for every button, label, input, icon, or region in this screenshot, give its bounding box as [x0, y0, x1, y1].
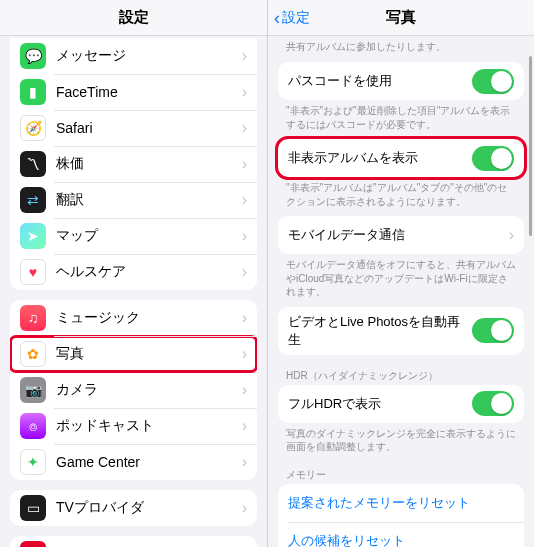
passcode-footer: "非表示"および"最近削除した項目"アルバムを表示するにはパスコードが必要です。 — [286, 104, 516, 131]
chevron-right-icon: › — [242, 309, 247, 327]
settings-group-1: 💬 メッセージ › ▮ FaceTime › 🧭 Safari › 〽︎ 株価 … — [10, 38, 257, 290]
chevron-right-icon: › — [242, 47, 247, 65]
row-label: メッセージ — [56, 47, 242, 65]
row-stocks[interactable]: 〽︎ 株価 › — [10, 146, 257, 182]
settings-header: 設定 — [0, 0, 267, 36]
row-health[interactable]: ♥ ヘルスケア › — [10, 254, 257, 290]
row-label: ポッドキャスト — [56, 417, 242, 435]
row-gamecenter[interactable]: ✦ Game Center › — [10, 444, 257, 480]
row-label: 人の候補をリセット — [288, 532, 514, 548]
music-icon: ♫ — [20, 305, 46, 331]
hdr-footer: 写真のダイナミックレンジを完全に表示するように画面を自動調整します。 — [286, 427, 516, 454]
row-camera[interactable]: 📷 カメラ › — [10, 372, 257, 408]
stocks-icon: 〽︎ — [20, 151, 46, 177]
row-photos[interactable]: ✿ 写真 › — [10, 336, 257, 372]
hidden-album-footer: "非表示"アルバムは"アルバム"タブの"その他"のセクションに表示されるようにな… — [286, 181, 516, 208]
facetime-icon: ▮ — [20, 79, 46, 105]
row-label: フルHDRで表示 — [288, 395, 472, 413]
photos-pane: ‹ 設定 写真 共有アルバムに参加したりします。 パスコードを使用 "非表示"お… — [267, 0, 534, 547]
autoplay-group: ビデオとLive Photosを自動再生 — [278, 307, 524, 355]
row-label: ヘルスケア — [56, 263, 242, 281]
maps-icon: ➤ — [20, 223, 46, 249]
acrobat-icon: ∞ — [20, 541, 46, 547]
hdr-section-header: HDR（ハイダイナミックレンジ） — [286, 369, 516, 383]
row-hidden-album[interactable]: 非表示アルバムを表示 — [278, 139, 524, 177]
row-passcode[interactable]: パスコードを使用 — [278, 62, 524, 100]
row-label: マップ — [56, 227, 242, 245]
row-tvprovider[interactable]: ▭ TVプロバイダ › — [10, 490, 257, 526]
health-icon: ♥ — [20, 259, 46, 285]
chevron-right-icon: › — [242, 263, 247, 281]
photos-header: ‹ 設定 写真 — [268, 0, 534, 36]
row-mobile-data[interactable]: モバイルデータ通信 › — [278, 216, 524, 254]
row-music[interactable]: ♫ ミュージック › — [10, 300, 257, 336]
chevron-right-icon: › — [242, 119, 247, 137]
row-label: 株価 — [56, 155, 242, 173]
photos-icon: ✿ — [20, 341, 46, 367]
settings-pane: 設定 💬 メッセージ › ▮ FaceTime › 🧭 Safari › 〽︎ … — [0, 0, 267, 547]
row-label: ミュージック — [56, 309, 242, 327]
photos-scroll[interactable]: 共有アルバムに参加したりします。 パスコードを使用 "非表示"および"最近削除し… — [268, 36, 534, 547]
podcasts-icon: ⌾ — [20, 413, 46, 439]
settings-scroll[interactable]: 💬 メッセージ › ▮ FaceTime › 🧭 Safari › 〽︎ 株価 … — [0, 36, 267, 547]
messages-icon: 💬 — [20, 43, 46, 69]
memories-group: 提案されたメモリーをリセット 人の候補をリセット — [278, 484, 524, 548]
row-podcasts[interactable]: ⌾ ポッドキャスト › — [10, 408, 257, 444]
row-acrobat[interactable]: ∞ Acrobat › — [10, 536, 257, 547]
chevron-right-icon: › — [242, 453, 247, 471]
row-messages[interactable]: 💬 メッセージ › — [10, 38, 257, 74]
row-label: Game Center — [56, 454, 242, 470]
toggle-hidden-album[interactable] — [472, 146, 514, 171]
toggle-passcode[interactable] — [472, 69, 514, 94]
translate-icon: ⇄ — [20, 187, 46, 213]
mobile-data-group: モバイルデータ通信 › — [278, 216, 524, 254]
row-label: ビデオとLive Photosを自動再生 — [288, 313, 472, 349]
chevron-right-icon: › — [242, 191, 247, 209]
chevron-right-icon: › — [242, 345, 247, 363]
row-label: FaceTime — [56, 84, 242, 100]
row-label: 非表示アルバムを表示 — [288, 149, 472, 167]
chevron-right-icon: › — [242, 417, 247, 435]
hdr-group: フルHDRで表示 — [278, 385, 524, 423]
row-translate[interactable]: ⇄ 翻訳 › — [10, 182, 257, 218]
camera-icon: 📷 — [20, 377, 46, 403]
row-hdr[interactable]: フルHDRで表示 — [278, 385, 524, 423]
back-label: 設定 — [282, 9, 310, 27]
row-label: 写真 — [56, 345, 242, 363]
settings-group-3: ▭ TVプロバイダ › — [10, 490, 257, 526]
row-safari[interactable]: 🧭 Safari › — [10, 110, 257, 146]
chevron-right-icon: › — [242, 381, 247, 399]
hidden-album-group: 非表示アルバムを表示 — [278, 139, 524, 177]
row-reset-people[interactable]: 人の候補をリセット — [278, 522, 524, 548]
tvprovider-icon: ▭ — [20, 495, 46, 521]
safari-icon: 🧭 — [20, 115, 46, 141]
scrollbar[interactable] — [529, 56, 532, 236]
chevron-left-icon: ‹ — [274, 9, 280, 27]
chevron-right-icon: › — [242, 83, 247, 101]
top-note: 共有アルバムに参加したりします。 — [286, 40, 516, 54]
passcode-group: パスコードを使用 — [278, 62, 524, 100]
row-reset-suggested-memories[interactable]: 提案されたメモリーをリセット — [278, 484, 524, 522]
gamecenter-icon: ✦ — [20, 449, 46, 475]
memories-section-header: メモリー — [286, 468, 516, 482]
settings-group-4: ∞ Acrobat › — [10, 536, 257, 547]
row-maps[interactable]: ➤ マップ › — [10, 218, 257, 254]
chevron-right-icon: › — [509, 226, 514, 244]
row-label: パスコードを使用 — [288, 72, 472, 90]
row-autoplay[interactable]: ビデオとLive Photosを自動再生 — [278, 307, 524, 355]
row-label: 提案されたメモリーをリセット — [288, 494, 514, 512]
chevron-right-icon: › — [242, 227, 247, 245]
chevron-right-icon: › — [242, 155, 247, 173]
row-label: カメラ — [56, 381, 242, 399]
chevron-right-icon: › — [242, 499, 247, 517]
photos-title: 写真 — [386, 8, 416, 27]
row-label: Safari — [56, 120, 242, 136]
row-label: TVプロバイダ — [56, 499, 242, 517]
toggle-hdr[interactable] — [472, 391, 514, 416]
row-label: 翻訳 — [56, 191, 242, 209]
row-label: モバイルデータ通信 — [288, 226, 509, 244]
row-facetime[interactable]: ▮ FaceTime › — [10, 74, 257, 110]
toggle-autoplay[interactable] — [472, 318, 514, 343]
mobile-data-footer: モバイルデータ通信をオフにすると、共有アルバムやiCloud写真などのアップデー… — [286, 258, 516, 299]
back-button[interactable]: ‹ 設定 — [274, 0, 310, 35]
